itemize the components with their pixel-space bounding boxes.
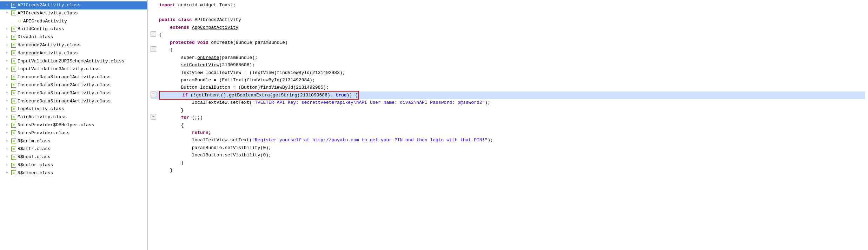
code-token: android.widget.Toast; [175,2,236,8]
expand-icon[interactable]: + [6,74,11,81]
line-gutter: − [151,114,158,120]
code-token: ); [488,137,493,143]
tree-item-rsanim[interactable]: +CR$anim.class [0,137,147,146]
line-text: localTextView.setText("Register yourself… [159,136,865,144]
code-token: (2130968606); [219,62,255,68]
code-line: −{ [151,31,865,39]
tree-item-insecuredatastorage4[interactable]: +CInsecureDataStorage4Activity.class [0,97,147,106]
expand-icon[interactable]: + [6,122,11,129]
code-token: import [159,2,175,8]
node-icon: C [11,122,17,129]
file-tree[interactable]: +CAPICreds2Activity.class+CAPICredsActiv… [0,0,147,250]
expand-icon[interactable]: + [6,138,11,144]
expand-icon[interactable]: + [6,162,11,169]
expand-icon[interactable]: + [6,154,11,161]
tree-item-apicredsactivity[interactable]: +CAPICredsActivity.class [0,9,147,18]
expand-icon[interactable]: + [6,26,11,33]
tree-item-label: InputValidation2URISchemeActivity.class [17,58,124,65]
expand-icon[interactable]: + [6,170,11,176]
tree-item-label: HardcodeActivity.class [17,50,78,57]
code-line: return; [151,129,865,136]
tree-item-label: NotesProvider.class [17,130,69,137]
tree-item-insecuredatastorage1[interactable]: +CInsecureDataStorage1Activity.class [0,73,147,81]
tree-item-buildconfig[interactable]: +CBuildConfig.class [0,25,147,33]
tree-item-rscolor[interactable]: +CR$color.class [0,161,147,169]
line-text: { [159,122,865,129]
tree-item-label: R$attr.class [17,146,51,153]
tree-item-inputvalidation2uri[interactable]: +CInputValidation2URISchemeActivity.clas… [0,58,147,66]
node-icon: C [11,2,17,9]
tree-item-label: DivaJni.class [17,34,53,41]
fold-icon[interactable]: − [151,46,156,52]
node-icon: C [11,146,17,153]
expand-icon[interactable]: + [6,58,11,65]
tree-item-hardcode2activity[interactable]: +CHardcode2Activity.class [0,41,147,49]
expand-icon[interactable]: + [6,146,11,153]
line-text: Button localButton = (Button)findViewByJ… [159,84,865,91]
code-line: − if (!getIntent().getBooleanExtra(getSt… [151,92,865,99]
code-line: paramBundle = (EditText)findViewById(213… [151,76,865,84]
tree-item-rsbool[interactable]: +CR$bool.class [0,153,147,161]
tree-item-rsdimen[interactable]: +CR$dimen.class [0,169,147,177]
node-icon: C [11,50,17,57]
code-line: super.onCreate(paramBundle); [151,54,865,61]
code-token: AppCompatActivity [192,25,239,30]
node-icon: C [11,114,17,121]
red-box-highlight: if (!getIntent().getBooleanExtra(getStri… [159,91,359,100]
expand-icon[interactable]: + [6,2,11,9]
tree-item-notesproviderdbhelper[interactable]: +CNotesProvider$DBHelper.class [0,121,147,129]
expand-icon[interactable]: + [6,10,11,16]
line-text: return; [159,129,865,136]
expand-icon[interactable]: + [6,130,11,136]
code-token: setContentView [181,62,219,68]
line-text: import android.widget.Toast; [159,1,865,9]
code-token: (;;) [189,115,203,120]
code-token: "Register yourself at http://payatu.com … [252,137,488,143]
code-line: import android.widget.Toast; [151,1,865,9]
tree-item-label: R$dimen.class [17,170,53,177]
expand-icon[interactable]: + [6,42,11,49]
code-line: } [151,159,865,167]
code-line: paramBundle.setVisibility(0); [151,144,865,151]
tree-item-insecuredatastorage3[interactable]: +CInsecureDataStorage3Activity.class [0,89,147,97]
tree-item-label: InsecureDataStorage1Activity.class [17,74,111,81]
expand-icon[interactable]: + [6,66,11,73]
code-line: public class APICreds2Activity [151,16,865,23]
tree-item-inputvalidation3activity[interactable]: +CInputValidation3Activity.class [0,65,147,73]
code-token: return [192,130,208,135]
expand-icon[interactable]: + [6,34,11,41]
code-token [159,62,181,68]
line-text: { [159,46,865,54]
tree-item-rsattr[interactable]: +CR$attr.class [0,145,147,153]
tree-item-label: APICredsActivity [22,18,67,25]
code-line: TextView localTextView = (TextView)findV… [151,69,865,76]
code-token: onCreate [197,55,219,60]
fold-icon[interactable]: − [151,114,156,120]
node-icon: C [11,74,17,81]
tree-item-logactivity[interactable]: +CLogActivity.class [0,105,147,113]
code-line: localTextView.setText("TVEETER API Key: … [151,99,865,106]
expand-icon[interactable]: + [6,50,11,56]
code-token: localButton.setVisibility(0); [159,153,271,158]
tree-item-apicreds2activity[interactable]: +CAPICreds2Activity.class [0,1,147,9]
expand-icon[interactable]: + [6,98,11,104]
expand-icon[interactable]: + [6,114,11,121]
expand-icon[interactable]: + [6,106,11,113]
tree-item-label: LogActivity.class [17,106,64,113]
code-token: extends [159,25,192,30]
node-icon: C [11,138,17,144]
tree-item-insecuredatastorage2[interactable]: +CInsecureDataStorage2Activity.class [0,81,147,89]
fold-icon[interactable]: − [151,92,156,97]
tree-item-apicredsactivity-sub[interactable]: ◯APICredsActivity [0,18,147,26]
tree-item-notesprovider[interactable]: +CNotesProvider.class [0,129,147,137]
expand-icon[interactable]: + [6,82,11,89]
expand-icon[interactable]: + [6,90,11,96]
tree-item-divajni[interactable]: +CDivaJni.class [0,33,147,41]
tree-item-hardcodeactivity[interactable]: +CHardcodeActivity.class [0,49,147,58]
fold-icon[interactable]: − [151,31,156,37]
code-token: void [197,40,208,45]
code-token: if [182,93,188,98]
tree-item-mainactivity[interactable]: +CMainActivity.class [0,113,147,121]
line-text: paramBundle.setVisibility(0); [159,144,865,151]
code-token: APICreds2Activity [192,17,241,22]
